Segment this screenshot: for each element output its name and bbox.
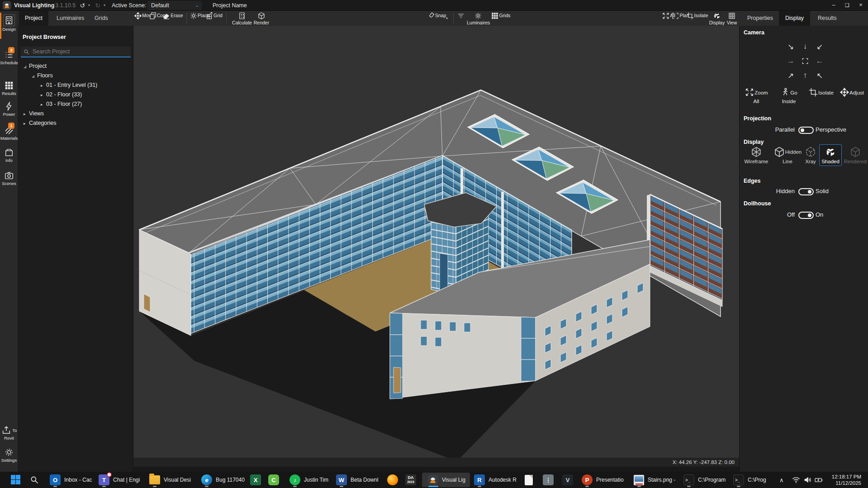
expand-icon[interactable]: [32, 71, 37, 81]
dollhouse-toggle[interactable]: [798, 212, 814, 219]
focus-brackets-icon[interactable]: [798, 54, 812, 68]
isolate-button[interactable]: Isolate: [686, 12, 708, 20]
shaded-cube-icon: [825, 146, 836, 158]
taskbar-search-button[interactable]: [30, 472, 39, 488]
tab-project[interactable]: Project: [19, 11, 48, 26]
taskbar-firefox[interactable]: [387, 472, 398, 488]
sidebar-item-scenes[interactable]: Scenes: [0, 171, 18, 186]
filter-button[interactable]: [455, 12, 467, 20]
erase-button[interactable]: Erase: [161, 12, 184, 20]
sidebar-item-power[interactable]: Power: [0, 101, 18, 117]
search-box[interactable]: [21, 47, 131, 57]
undo-dropdown-icon[interactable]: [87, 0, 91, 11]
minimize-button[interactable]: –: [827, 0, 840, 11]
arrow-se-icon[interactable]: [783, 39, 798, 54]
search-input[interactable]: [33, 47, 128, 57]
sidebar-item-schedule[interactable]: 3 Schedule: [0, 50, 18, 65]
redo-icon[interactable]: ↻: [93, 0, 102, 11]
collapse-icon[interactable]: [41, 90, 46, 100]
projection-toggle[interactable]: [798, 127, 814, 134]
redo-dropdown-icon[interactable]: [102, 0, 107, 11]
building-model[interactable]: [133, 26, 739, 458]
arrow-ne-icon[interactable]: [783, 68, 798, 83]
collapse-icon[interactable]: [24, 119, 29, 128]
display-mode-hidden-line[interactable]: Hidden Line: [772, 146, 803, 164]
render-button[interactable]: Render: [250, 12, 273, 25]
tab-results[interactable]: Results: [811, 11, 843, 26]
display-mode-shaded[interactable]: Shaded: [819, 144, 842, 166]
snap-dropdown-icon[interactable]: [446, 16, 448, 20]
tree-item-views[interactable]: Views: [18, 109, 133, 118]
luminaires-toggle-button[interactable]: Luminaires: [467, 12, 489, 25]
arrow-left-icon[interactable]: [812, 54, 827, 68]
arrow-nw-icon[interactable]: [812, 68, 827, 83]
taskbar-document[interactable]: [525, 472, 533, 488]
expand-all-icon: [745, 87, 754, 97]
tree-item-floor-03[interactable]: 03 - Floor (27): [18, 99, 133, 109]
collapse-icon[interactable]: [41, 81, 46, 90]
sidebar-item-materials[interactable]: 1 Materials: [0, 125, 18, 141]
taskbar-vray[interactable]: V: [562, 472, 573, 488]
start-button[interactable]: [11, 472, 21, 488]
projection-toggle-row: Parallel Perspective: [740, 126, 868, 135]
tray-chevron-up[interactable]: ∧: [779, 472, 784, 488]
taskbar-label: Visual Desi: [164, 477, 191, 483]
display-mode-rendered[interactable]: Rendered: [843, 146, 868, 164]
sidebar-item-design[interactable]: Design: [0, 14, 18, 32]
maximize-button[interactable]: ❑: [840, 0, 854, 11]
close-button[interactable]: ×: [854, 0, 868, 11]
go-inside-button[interactable]: Go Inside: [774, 87, 804, 104]
isolate-camera-button[interactable]: Isolate: [808, 87, 834, 99]
display-mode-xray[interactable]: Xray: [802, 146, 819, 164]
tray-wifi[interactable]: [792, 472, 801, 488]
taskbar-da-2023[interactable]: DA2023: [405, 472, 416, 488]
arrow-sw-icon[interactable]: [812, 39, 827, 54]
tab-luminaires[interactable]: Luminaires: [51, 11, 90, 26]
arrow-down-icon[interactable]: [798, 39, 812, 54]
tab-properties[interactable]: Properties: [741, 11, 779, 26]
sidebar-item-settings[interactable]: Settings: [0, 447, 18, 463]
adjust-arrows-icon: [840, 87, 849, 97]
collapse-icon[interactable]: [41, 100, 46, 109]
sidebar-item-to-revit[interactable]: To Revit: [0, 425, 18, 441]
sidebar-item-info[interactable]: Info: [0, 147, 18, 163]
revit-icon: R: [474, 474, 485, 485]
tray-volume[interactable]: [803, 472, 812, 488]
adjust-button[interactable]: Adjust: [838, 87, 865, 99]
grids-toggle-button[interactable]: Grids: [489, 12, 512, 20]
tree-item-floors[interactable]: Floors: [18, 71, 133, 81]
tree-item-floor-02[interactable]: 02 - Floor (33): [18, 90, 133, 99]
edges-toggle[interactable]: [798, 188, 814, 195]
tray-battery[interactable]: [814, 472, 823, 488]
view-button[interactable]: View: [724, 12, 740, 25]
plan-brackets-icon: [671, 12, 679, 20]
taskbar-device[interactable]: ⋮: [543, 472, 554, 488]
active-scene-dropdown[interactable]: Default: [147, 1, 202, 10]
tree-item-floor-01[interactable]: 01 - Entry Level (31): [18, 81, 133, 90]
active-scene-label: Active Scene:: [112, 0, 146, 11]
collapse-icon[interactable]: [24, 109, 29, 119]
tree-item-project[interactable]: Project: [18, 62, 133, 71]
viewport-3d[interactable]: [133, 26, 739, 458]
tree-item-categories[interactable]: Categories: [18, 118, 133, 128]
zoom-all-camera-button[interactable]: Zoom All: [741, 87, 771, 104]
display-properties-panel: Camera Zoom All Go Inside Isolate Adjust…: [739, 26, 868, 472]
grid-button[interactable]: Grid: [203, 12, 225, 20]
clock-time: 12:18:17 PM: [829, 474, 861, 480]
snap-button[interactable]: Snap: [425, 12, 448, 20]
app-icon: [2, 1, 11, 10]
tray-clock[interactable]: 12:18:17 PM 11/12/2025: [829, 472, 861, 488]
undo-icon[interactable]: ↺: [78, 0, 87, 11]
taskbar-excel[interactable]: X: [250, 472, 261, 488]
taskbar-camtasia[interactable]: C: [268, 472, 279, 488]
arrow-up-icon[interactable]: [798, 68, 812, 83]
arrow-right-icon[interactable]: [783, 54, 798, 68]
box-icon: [4, 147, 14, 157]
display-mode-wireframe[interactable]: Wireframe: [742, 146, 771, 164]
sidebar-item-results[interactable]: Results: [0, 81, 18, 96]
taskbar-label: Inbox - Cac: [64, 477, 92, 483]
expand-all-icon: [662, 12, 670, 20]
expand-icon[interactable]: [24, 62, 29, 71]
tab-grids[interactable]: Grids: [89, 11, 114, 26]
tab-display[interactable]: Display: [779, 11, 810, 26]
